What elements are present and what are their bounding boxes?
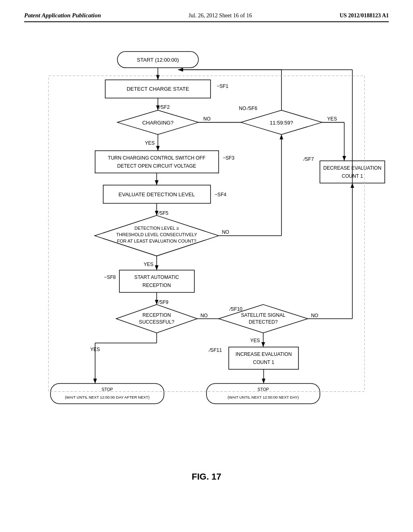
svg-text:NO: NO: [200, 313, 208, 318]
svg-text:EVALUATE DETECTION LEVEL: EVALUATE DETECTION LEVEL: [119, 191, 195, 197]
svg-text:TURN CHARGING CONTROL SWITCH O: TURN CHARGING CONTROL SWITCH OFF: [108, 155, 206, 161]
svg-marker-52: [116, 305, 197, 333]
svg-text:NO: NO: [222, 229, 229, 235]
svg-text:SUCCESSFUL?: SUCCESSFUL?: [139, 319, 175, 325]
header-right: US 2012/0188123 A1: [340, 12, 389, 19]
svg-text:DETECT OPEN CIRCUIT VOLTAGE: DETECT OPEN CIRCUIT VOLTAGE: [117, 163, 196, 169]
svg-text:YES: YES: [145, 140, 154, 146]
svg-text:STOP: STOP: [257, 387, 269, 392]
page-header: Patent Application Publication Jul. 26, …: [24, 12, 389, 22]
svg-text:START (12:00:00): START (12:00:00): [137, 57, 179, 63]
svg-text:YES: YES: [250, 338, 260, 343]
svg-text:NO: NO: [311, 313, 318, 318]
svg-text:START AUTOMATIC: START AUTOMATIC: [134, 274, 179, 280]
svg-text:COUNT 1: COUNT 1: [253, 360, 274, 365]
svg-text:DETECT CHARGE STATE: DETECT CHARGE STATE: [127, 86, 189, 92]
svg-text:YES: YES: [327, 116, 337, 122]
svg-text:(WAIT UNTIL NEXT 12:00:00 NEXT: (WAIT UNTIL NEXT 12:00:00 NEXT DAY): [227, 395, 299, 399]
svg-text:NO: NO: [203, 116, 211, 122]
header-left: Patent Application Publication: [24, 12, 101, 19]
svg-text:DETECTED?: DETECTED?: [249, 319, 278, 325]
svg-text:11:59:59?: 11:59:59?: [270, 120, 293, 126]
svg-text:−SF3: −SF3: [223, 155, 234, 161]
svg-text:−SF4: −SF4: [215, 192, 226, 197]
svg-text:DETECTION LEVEL ≥: DETECTION LEVEL ≥: [135, 226, 179, 231]
svg-text:−SF8: −SF8: [104, 274, 116, 280]
svg-text:∕SF9: ∕SF9: [157, 299, 168, 305]
svg-text:STOP: STOP: [102, 387, 113, 392]
figure-label: FIG. 17: [24, 472, 389, 482]
svg-rect-27: [95, 151, 219, 173]
svg-text:RECEPTION: RECEPTION: [142, 283, 171, 288]
svg-rect-66: [229, 347, 298, 369]
svg-text:∕SF11: ∕SF11: [208, 347, 222, 353]
svg-text:YES: YES: [144, 262, 153, 267]
svg-text:SATELLITE SIGNAL: SATELLITE SIGNAL: [241, 312, 286, 318]
svg-text:FOR AT LEAST EVALUATION COUNT?: FOR AT LEAST EVALUATION COUNT?: [117, 239, 196, 243]
page: Patent Application Publication Jul. 26, …: [0, 0, 413, 532]
svg-text:INCREASE EVALUATION: INCREASE EVALUATION: [236, 351, 292, 357]
svg-rect-46: [119, 270, 194, 292]
svg-text:THRESHOLD LEVEL CONSECUTIVELY: THRESHOLD LEVEL CONSECUTIVELY: [116, 232, 197, 237]
svg-text:∕SF7: ∕SF7: [303, 156, 314, 162]
svg-text:∕SF2: ∕SF2: [159, 104, 169, 110]
flowchart-svg: START (12:00:00) DETECT CHARGE STATE −SF…: [24, 26, 389, 470]
flowchart-container: START (12:00:00) DETECT CHARGE STATE −SF…: [24, 26, 389, 470]
svg-text:RECEPTION: RECEPTION: [142, 312, 171, 318]
svg-text:(WAIT UNTIL NEXT 12:00:00 DAY : (WAIT UNTIL NEXT 12:00:00 DAY AFTER NEXT…: [65, 395, 150, 399]
svg-text:CHARGING?: CHARGING?: [142, 120, 174, 126]
svg-text:∕SF10: ∕SF10: [229, 306, 242, 312]
svg-text:∕SF5: ∕SF5: [157, 210, 168, 216]
svg-text:NO ∕SF6: NO ∕SF6: [239, 106, 257, 111]
svg-text:−SF1: −SF1: [217, 83, 228, 89]
header-center: Jul. 26, 2012 Sheet 16 of 16: [189, 12, 252, 19]
